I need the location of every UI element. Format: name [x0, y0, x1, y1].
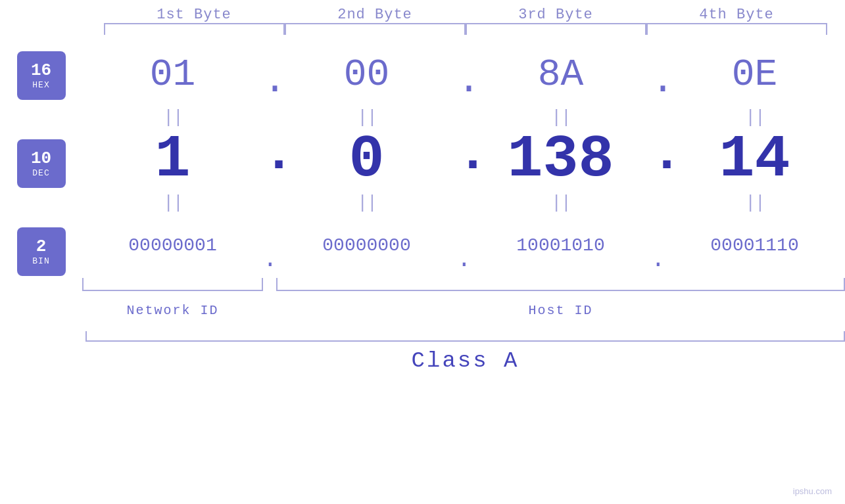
- main-container: 1st Byte 2nd Byte 3rd Byte 4th Byte 16 H…: [0, 0, 845, 504]
- eq-2-1: ||: [82, 193, 263, 213]
- eq-1-1: ||: [82, 107, 263, 127]
- dot-dec-2: .: [457, 124, 470, 189]
- hex-badge: 16 HEX: [17, 51, 66, 100]
- byte-header-3: 3rd Byte: [466, 7, 646, 23]
- bin-byte-4: 00001110: [710, 235, 798, 256]
- hex-byte-3: 8A: [538, 53, 584, 96]
- bottom-brackets: [82, 278, 845, 298]
- bin-byte-3: 10001010: [516, 235, 604, 256]
- bin-byte-2: 00000000: [322, 235, 410, 256]
- badges-column: 16 HEX 10 DEC 2 BIN: [0, 45, 82, 318]
- hex-badge-label: HEX: [32, 80, 49, 90]
- dot-bin-3: .: [651, 246, 664, 275]
- top-bracket-3: [466, 23, 646, 35]
- bottom-brackets-section: Network ID Host ID: [82, 278, 845, 318]
- eq-2-4: ||: [664, 193, 845, 213]
- hex-badge-number: 16: [31, 61, 51, 80]
- main-content: 16 HEX 10 DEC 2 BIN 01 . 00: [0, 45, 845, 318]
- dec-byte-1: 1: [155, 126, 190, 193]
- network-bracket: [82, 278, 263, 291]
- class-section: Class A: [0, 331, 845, 373]
- hex-byte-2: 00: [344, 53, 390, 96]
- dec-byte-4-cell: 14: [664, 130, 845, 189]
- dec-byte-1-cell: 1: [82, 130, 263, 189]
- hex-byte-1: 01: [150, 53, 196, 96]
- hex-byte-3-cell: 8A: [470, 53, 651, 96]
- host-bracket: [276, 278, 845, 291]
- dec-badge-number: 10: [31, 149, 51, 168]
- top-bracket-1: [104, 23, 285, 35]
- dec-byte-3: 138: [507, 126, 614, 193]
- hex-byte-2-cell: 00: [276, 53, 457, 96]
- top-brackets: [0, 23, 845, 35]
- network-id-label: Network ID: [82, 303, 263, 318]
- bin-row: 00000001 . 00000000 . 10001010 . 0000111…: [82, 216, 845, 275]
- byte-header-2: 2nd Byte: [285, 7, 466, 23]
- top-bracket-2: [285, 23, 466, 35]
- hex-row: 01 . 00 . 8A . 0E: [82, 45, 845, 104]
- host-id-label: Host ID: [276, 303, 845, 318]
- class-bracket: [85, 331, 845, 342]
- dec-byte-3-cell: 138: [470, 130, 651, 189]
- byte-header-1: 1st Byte: [104, 7, 285, 23]
- bin-byte-1: 00000001: [128, 235, 216, 256]
- eq-1-2: ||: [276, 107, 457, 127]
- eq-2-3: ||: [470, 193, 651, 213]
- bin-byte-2-cell: 00000000: [276, 235, 457, 256]
- id-labels: Network ID Host ID: [82, 303, 845, 318]
- bin-byte-4-cell: 00001110: [664, 235, 845, 256]
- hex-byte-4-cell: 0E: [664, 53, 845, 96]
- byte-header-4: 4th Byte: [646, 7, 827, 23]
- dot-hex-3: .: [651, 61, 664, 104]
- watermark: ipshu.com: [793, 486, 832, 496]
- dot-hex-1: .: [263, 61, 276, 104]
- dec-badge-label: DEC: [32, 168, 49, 178]
- dot-hex-2: .: [457, 61, 470, 104]
- hex-byte-1-cell: 01: [82, 53, 263, 96]
- hex-byte-4: 0E: [732, 53, 778, 96]
- dec-byte-2-cell: 0: [276, 130, 457, 189]
- dec-badge: 10 DEC: [17, 139, 66, 188]
- top-bracket-4: [646, 23, 827, 35]
- bin-byte-3-cell: 10001010: [470, 235, 651, 256]
- dot-bin-2: .: [457, 246, 470, 275]
- bin-badge-number: 2: [36, 237, 47, 256]
- dec-row: 1 . 0 . 138 . 14: [82, 130, 845, 189]
- equals-row-2: || || || ||: [82, 189, 845, 216]
- class-label: Class A: [85, 348, 845, 373]
- dec-byte-4: 14: [719, 126, 790, 193]
- eq-1-3: ||: [470, 107, 651, 127]
- eq-2-2: ||: [276, 193, 457, 213]
- bytes-area: 01 . 00 . 8A . 0E || ||: [82, 45, 845, 318]
- dot-dec-3: .: [651, 124, 664, 189]
- eq-1-4: ||: [664, 107, 845, 127]
- bin-byte-1-cell: 00000001: [82, 235, 263, 256]
- dot-bin-1: .: [263, 246, 276, 275]
- dot-dec-1: .: [263, 124, 276, 189]
- bin-badge: 2 BIN: [17, 227, 66, 276]
- dec-byte-2: 0: [349, 126, 384, 193]
- byte-headers-row: 1st Byte 2nd Byte 3rd Byte 4th Byte: [0, 7, 845, 23]
- bin-badge-label: BIN: [32, 256, 49, 266]
